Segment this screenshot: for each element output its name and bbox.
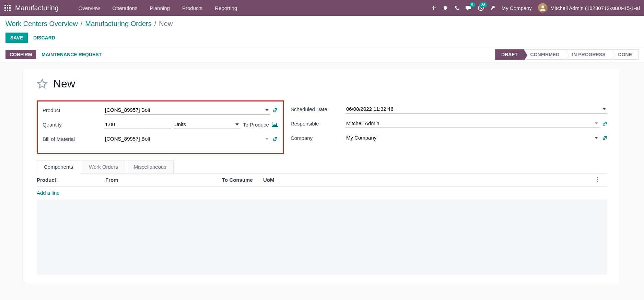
messages-icon[interactable]: 5 [466,5,472,11]
menu-planning[interactable]: Planning [144,1,176,15]
apps-icon[interactable] [3,3,12,13]
th-from: From [105,177,222,183]
svg-point-11 [597,177,598,178]
menu-products[interactable]: Products [176,1,209,15]
svg-rect-1 [7,5,8,6]
tools-icon[interactable] [490,5,495,11]
menu-overview[interactable]: Overview [72,1,106,15]
external-link-icon[interactable] [273,108,278,113]
step-in-progress[interactable]: IN PROGRESS [566,49,612,60]
bom-label: Bill of Material [43,136,104,142]
page-title: New [53,77,75,90]
company-label: Company [291,135,346,141]
discard-button[interactable]: DISCARD [33,35,55,40]
step-confirmed[interactable]: CONFIRMED [524,49,566,60]
confirm-button[interactable]: CONFIRM [5,50,36,59]
svg-rect-7 [7,10,8,11]
table-empty-area [37,199,607,275]
bug-icon[interactable] [443,5,448,11]
svg-rect-3 [4,7,6,9]
th-uom: UoM [263,177,597,183]
external-link-icon[interactable] [602,135,607,141]
kebab-menu-icon[interactable] [597,177,607,183]
svg-rect-2 [9,5,11,6]
svg-point-12 [597,179,598,180]
user-menu[interactable]: Mitchell Admin (16230712-saas-15-1-al [538,3,640,13]
quantity-field[interactable] [104,120,171,129]
breadcrumb-sep: / [154,20,156,28]
status-bar: CONFIRM MAINTENANCE REQUEST DRAFT CONFIR… [0,47,644,62]
save-button[interactable]: SAVE [5,33,28,43]
star-icon[interactable] [37,79,48,89]
main-menu: Overview Operations Planning Products Re… [72,1,244,15]
th-product: Product [37,177,105,183]
app-brand[interactable]: Manufacturing [15,4,59,12]
svg-rect-0 [4,5,6,6]
add-line-link[interactable]: Add a line [37,190,60,196]
product-label: Product [43,107,104,113]
forecast-chart-icon[interactable] [272,122,278,127]
top-navbar: Manufacturing Overview Operations Planni… [0,0,644,16]
bom-field[interactable] [104,134,270,143]
breadcrumb-link-mos[interactable]: Manufacturing Orders [85,20,151,28]
quantity-label: Quantity [43,122,104,128]
topbar-right: 5 28 My Company Mitchell Admin (16230712… [431,3,641,13]
maintenance-request-button[interactable]: MAINTENANCE REQUEST [42,52,102,57]
avatar [538,3,548,13]
responsible-label: Responsible [291,121,346,127]
plus-icon[interactable] [431,5,436,11]
tab-miscellaneous[interactable]: Miscellaneous [127,160,174,173]
svg-rect-5 [9,7,11,9]
highlighted-fields: Product [37,100,284,154]
form-sheet: New Product [24,69,620,283]
breadcrumb-link-workcenters[interactable]: Work Centers Overview [5,20,78,28]
menu-operations[interactable]: Operations [106,1,143,15]
tab-work-orders[interactable]: Work Orders [82,160,125,173]
product-field[interactable] [104,106,270,115]
user-name: Mitchell Admin (16230712-saas-15-1-al [550,5,640,11]
control-panel: Work Centers Overview / Manufacturing Or… [0,16,644,47]
scheduled-date-label: Scheduled Date [291,106,346,112]
responsible-field[interactable] [346,119,599,128]
components-table: Product From To Consume UoM Add a line [37,173,607,275]
svg-point-13 [597,181,598,182]
svg-point-10 [541,5,544,8]
breadcrumb-current: New [159,20,173,28]
step-draft[interactable]: DRAFT [495,49,524,60]
menu-reporting[interactable]: Reporting [209,1,243,15]
step-done[interactable]: DONE [612,49,639,60]
notebook-tabs: Components Work Orders Miscellaneous [37,160,607,173]
svg-rect-6 [4,10,6,11]
status-steps: DRAFT CONFIRMED IN PROGRESS DONE [495,49,639,60]
uom-field[interactable] [174,120,240,129]
company-selector[interactable]: My Company [502,5,532,11]
sheet-container: New Product [0,62,644,290]
svg-rect-4 [7,7,8,9]
th-to-consume: To Consume [222,177,263,183]
external-link-icon[interactable] [273,136,278,142]
breadcrumb: Work Centers Overview / Manufacturing Or… [5,20,639,28]
phone-icon[interactable] [454,5,459,11]
breadcrumb-sep: / [81,20,83,28]
tab-components[interactable]: Components [37,160,80,173]
messages-badge: 5 [470,2,475,7]
to-produce-label: To Produce [243,122,269,128]
activities-badge: 28 [479,2,487,7]
svg-rect-8 [9,10,11,11]
company-field[interactable] [346,133,599,142]
external-link-icon[interactable] [602,121,607,126]
clock-icon[interactable]: 28 [478,5,484,11]
scheduled-date-field[interactable] [346,105,607,113]
